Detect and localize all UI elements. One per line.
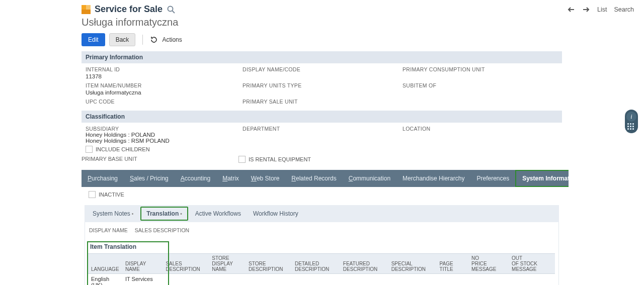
- display-name-code-label: DISPLAY NAME/CODE: [243, 66, 403, 72]
- inactive-label: INACTIVE: [99, 192, 124, 198]
- tab-merchandise-hierarchy[interactable]: Merchandise Hierarchy: [396, 171, 470, 186]
- subtab-bar: System Notes•Translation•Active Workflow…: [85, 205, 559, 222]
- section-primary-info: Primary Information: [82, 51, 562, 63]
- svg-point-3: [168, 6, 173, 11]
- subtab-system-notes[interactable]: System Notes•: [88, 208, 138, 220]
- svg-rect-0: [82, 5, 86, 10]
- svg-rect-2: [82, 10, 91, 14]
- search-icon[interactable]: [167, 5, 176, 14]
- col-display-name: DISPLAYNAME: [122, 254, 163, 274]
- edit-button[interactable]: Edit: [82, 33, 105, 46]
- upc-code-label: UPC CODE: [86, 99, 243, 105]
- subitem-of-label: SUBITEM OF: [403, 82, 558, 88]
- svg-line-4: [173, 11, 175, 13]
- col-special-description: SPECIALDESCRIPTION: [388, 254, 437, 274]
- tab-system-information[interactable]: System Information: [515, 170, 569, 187]
- location-label: LOCATION: [403, 126, 558, 132]
- nav-prev-icon[interactable]: [567, 6, 575, 14]
- col-featured-description: FEATUREDDESCRIPTION: [340, 254, 388, 274]
- tab-matrix[interactable]: Matrix: [216, 171, 245, 186]
- col-no-price-message: NOPRICE MESSAGE: [468, 254, 509, 274]
- include-children-checkbox[interactable]: [86, 146, 93, 153]
- page-title: Usługa informatyczna: [82, 17, 634, 28]
- inactive-checkbox[interactable]: [89, 191, 96, 198]
- item-translation-title: Item Translation: [88, 242, 554, 253]
- primary-units-label: PRIMARY UNITS TYPE: [243, 82, 403, 88]
- tab-preferences[interactable]: Preferences: [470, 171, 515, 186]
- nav-search-link[interactable]: Search: [614, 6, 634, 13]
- col-page-title: PAGE TITLE: [437, 254, 469, 274]
- back-button[interactable]: Back: [109, 33, 136, 46]
- help-widget[interactable]: i: [625, 110, 638, 133]
- main-tabbar: PurchasingSales / PricingAccountingMatri…: [82, 170, 569, 187]
- primary-sale-unit-label: PRIMARY SALE UNIT: [243, 99, 403, 105]
- package-icon: [82, 5, 91, 14]
- subtab-workflow-history[interactable]: Workflow History: [248, 208, 303, 220]
- col-out-of-stock-message: OUTOF STOCK MESSAGE: [509, 254, 555, 274]
- sales-desc-mini-label: SALES DESCRIPTION: [135, 227, 190, 233]
- primary-base-unit-label: PRIMARY BASE UNIT: [82, 156, 238, 163]
- include-children-label: INCLUDE CHILDREN: [96, 146, 150, 152]
- table-row[interactable]: English (UK)IT Services: [88, 274, 555, 286]
- apps-grid-icon: [627, 123, 635, 131]
- internal-id-label: INTERNAL ID: [86, 66, 243, 72]
- refresh-icon: [150, 36, 158, 44]
- col-sales-description: SALESDESCRIPTION: [163, 254, 209, 274]
- tab-accounting[interactable]: Accounting: [175, 171, 216, 186]
- primary-consumption-label: PRIMARY CONSUMPTION UNIT: [403, 66, 558, 72]
- info-icon: i: [626, 112, 636, 122]
- display-name-mini-label: DISPLAY NAME: [89, 227, 128, 233]
- is-rental-label: IS RENTAL EQUIPMENT: [249, 156, 311, 162]
- page-type: Service for Sale: [95, 4, 163, 15]
- tab-purchasing[interactable]: Purchasing: [82, 171, 124, 186]
- subsidiary-label: SUBSIDIARY: [86, 126, 243, 132]
- subsidiary-line-2: Honey Holdings : RSM POLAND: [86, 138, 243, 144]
- internal-id-value: 11378: [86, 73, 243, 79]
- section-classification: Classification: [82, 111, 562, 123]
- department-label: DEPARTMENT: [243, 126, 403, 132]
- tab-communication[interactable]: Communication: [343, 171, 396, 186]
- item-name-value: Usługa informatyczna: [86, 89, 243, 96]
- actions-menu[interactable]: Actions: [150, 36, 182, 44]
- col-language: LANGUAGE: [88, 254, 122, 274]
- nav-next-icon[interactable]: [582, 6, 590, 14]
- col-store-description: STOREDESCRIPTION: [246, 254, 292, 274]
- tab-related-records[interactable]: Related Records: [285, 171, 342, 186]
- subtab-translation[interactable]: Translation•: [140, 207, 188, 221]
- is-rental-checkbox[interactable]: [238, 156, 246, 163]
- tab-web-store[interactable]: Web Store: [245, 171, 285, 186]
- separator: [142, 35, 143, 45]
- col-store-display-name: STOREDISPLAY NAME: [209, 254, 246, 274]
- item-name-label: ITEM NAME/NUMBER: [86, 82, 243, 88]
- item-translation-table: LANGUAGEDISPLAYNAMESALESDESCRIPTIONSTORE…: [88, 253, 555, 285]
- subsidiary-line-1: Honey Holdings : POLAND: [86, 132, 243, 138]
- svg-rect-1: [86, 5, 91, 10]
- tab-sales-pricing[interactable]: Sales / Pricing: [124, 171, 175, 186]
- actions-label: Actions: [162, 36, 182, 43]
- subtab-active-workflows[interactable]: Active Workflows: [190, 208, 246, 220]
- col-detailed-description: DETAILEDDESCRIPTION: [292, 254, 340, 274]
- nav-list-link[interactable]: List: [597, 6, 607, 13]
